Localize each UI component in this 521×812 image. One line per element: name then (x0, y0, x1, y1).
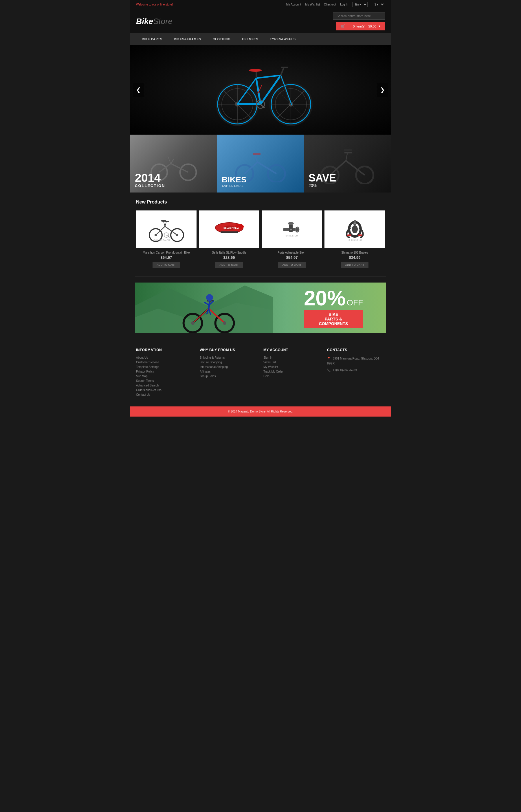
footer-col-title-account: My account (264, 348, 321, 352)
footer-col-information: Information About Us Customer Service Te… (136, 348, 194, 398)
slider-prev-button[interactable]: ❮ (133, 83, 144, 97)
nav-bike-parts[interactable]: BIKE PARTS (136, 33, 168, 45)
add-to-cart-btn-4[interactable]: ADD TO CART (341, 262, 368, 268)
footer-link-sitemap[interactable]: Site Map (136, 375, 194, 378)
product-name-3: Forte Adjustable Stem (277, 251, 306, 254)
svg-line-64 (156, 226, 165, 235)
svg-line-49 (255, 155, 257, 162)
promo-pct: 20% (309, 183, 336, 188)
cart-button[interactable]: 🛒 | 0 Item(s) - $0.00 ▾ (336, 22, 385, 30)
footer-link-affiliates[interactable]: Affiliates (200, 370, 257, 373)
product-info-4: Shimano 105 Brakes $34.99 ADD TO CART (324, 248, 385, 270)
my-account-link[interactable]: My Account (286, 3, 301, 6)
footer-link-sign-in[interactable]: Sign In (264, 356, 321, 359)
footer-link-orders-returns[interactable]: Orders and Returns (136, 388, 194, 392)
footer-link-track-order[interactable]: Track My Order (264, 370, 321, 373)
promo-banner-save[interactable]: SAVE 20% (304, 135, 391, 193)
header-right: 🛒 | 0 Item(s) - $0.00 ▾ (333, 12, 385, 30)
footer-link-international-shipping[interactable]: International Shipping (200, 365, 257, 368)
footer-link-customer-service[interactable]: Customer Service (136, 361, 194, 364)
header: Bike Store 🛒 | 0 Item(s) - $0.00 ▾ (130, 9, 391, 33)
svg-point-86 (297, 227, 298, 228)
slider-next-button[interactable]: ❯ (377, 83, 388, 97)
svg-line-26 (256, 75, 281, 78)
product-stem-svg: FORTE STEM (277, 218, 307, 241)
footer-link-about[interactable]: About Us (136, 356, 194, 359)
hero-slider: ❮ (130, 45, 391, 135)
product-info-1: Marathon Carbon Pro Mountain Bike $54.97… (136, 248, 197, 270)
footer-link-search-terms[interactable]: Search Terms (136, 379, 194, 382)
product-brake-svg: SHIMANO 105 (340, 218, 369, 241)
svg-line-47 (245, 162, 257, 174)
currency-select[interactable]: $ ▾ (372, 2, 385, 7)
promo-year: 2014 (135, 172, 165, 183)
nav-clothing[interactable]: CLOTHING (207, 33, 236, 45)
logo[interactable]: Bike Store (136, 17, 173, 26)
promo-collection: COLLECTION (135, 183, 165, 188)
parts-banner-bg (135, 283, 273, 333)
promo-banner-2014[interactable]: 2014 COLLECTION (130, 135, 217, 193)
login-link[interactable]: Log In (340, 3, 348, 6)
svg-line-20 (291, 90, 305, 104)
svg-point-87 (297, 231, 298, 232)
svg-text:FORTE STEM: FORTE STEM (285, 235, 298, 237)
search-input[interactable] (333, 12, 385, 20)
phone-icon: 📞 (327, 368, 331, 372)
product-card-2: SELLE ITALIA Selle Italia SL Flow Saddle… (199, 210, 259, 270)
new-products-title: New Products (130, 193, 391, 209)
my-wishlist-link[interactable]: My Wishlist (305, 3, 320, 6)
parts-banner[interactable]: 20% OFF BIKEPARTS &COMPONENTS (135, 283, 386, 333)
footer-link-privacy[interactable]: Privacy Policy (136, 370, 194, 373)
footer-link-advanced-search[interactable]: Advanced Search (136, 384, 194, 387)
svg-line-30 (281, 75, 292, 105)
cart-dropdown-icon: ▾ (379, 24, 380, 28)
footer-link-group-sales[interactable]: Group Sales (200, 375, 257, 378)
product-name-1: Marathon Carbon Pro Mountain Bike (143, 251, 189, 254)
product-image-2: SELLE ITALIA (199, 210, 259, 248)
svg-rect-50 (253, 153, 260, 155)
footer-link-contact-us[interactable]: Contact Us (136, 393, 194, 396)
parts-off: OFF (347, 298, 363, 308)
footer-phone: 📞 +1(800)2345-6789 (327, 368, 385, 373)
svg-point-90 (352, 225, 358, 233)
product-price-1: $54.97 (161, 255, 172, 260)
add-to-cart-btn-3[interactable]: ADD TO CART (278, 262, 305, 268)
product-card-4: SHIMANO 105 Shimano 105 Brakes $34.99 AD… (324, 210, 385, 270)
footer-contact-info: 📍 8901 Marmora Road, Glasgow, D04 89GR 📞… (327, 356, 385, 373)
checkout-link[interactable]: Checkout (324, 3, 336, 6)
add-to-cart-btn-2[interactable]: ADD TO CART (216, 262, 243, 268)
language-select[interactable]: En ▾ (352, 2, 368, 7)
nav-tyres[interactable]: TYRES&WEELS (264, 33, 301, 45)
product-name-4: Shimano 105 Brakes (341, 251, 368, 254)
product-bike-svg-1: CYCLING RALPH (148, 216, 185, 242)
footer-address: 📍 8901 Marmora Road, Glasgow, D04 89GR (327, 356, 385, 366)
svg-line-44 (168, 156, 171, 163)
svg-line-65 (165, 222, 166, 226)
product-image-3: FORTE STEM (262, 210, 322, 248)
cart-text: 0 Item(s) - $0.00 (353, 25, 376, 28)
cart-icon: 🛒 (340, 24, 345, 28)
footer-links: Information About Us Customer Service Te… (130, 339, 391, 406)
footer-link-view-cart[interactable]: View Cart (264, 361, 321, 364)
footer-link-wishlist[interactable]: My Wishlist (264, 365, 321, 368)
nav-bikes-frames[interactable]: BIKES&FRAMES (168, 33, 207, 45)
promo-and-frames: AND FRAMES (222, 184, 247, 188)
product-card-1: CYCLING RALPH Marathon Carbon Pro Mounta… (136, 210, 197, 270)
add-to-cart-btn-1[interactable]: ADD TO CART (153, 262, 180, 268)
svg-line-48 (257, 162, 276, 174)
nav-helmets[interactable]: HELMETS (236, 33, 264, 45)
svg-point-85 (290, 229, 292, 230)
svg-line-31 (281, 68, 284, 75)
footer-link-help[interactable]: Help (264, 375, 321, 378)
footer-link-secure-shopping[interactable]: Secure Shopping (200, 361, 257, 364)
footer-col-title-contacts: Contacts (327, 348, 385, 352)
svg-line-67 (163, 222, 165, 226)
parts-discount: 20% OFF (304, 288, 363, 309)
svg-line-22 (277, 104, 291, 118)
promo-banner-bikes[interactable]: BIKES AND FRAMES (217, 135, 304, 193)
promo-banners: 2014 COLLECTION BIKES AND FRAMES (130, 135, 391, 193)
svg-line-43 (171, 159, 174, 163)
footer-link-shipping[interactable]: Shipping & Returns (200, 356, 257, 359)
footer-col-contacts: Contacts 📍 8901 Marmora Road, Glasgow, D… (327, 348, 385, 398)
footer-link-template-settings[interactable]: Template Settings (136, 365, 194, 368)
